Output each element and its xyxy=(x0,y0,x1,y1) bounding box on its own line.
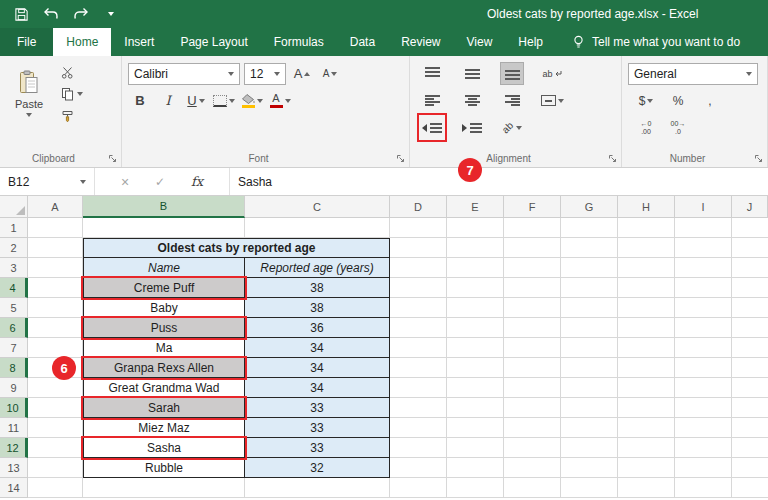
row-header[interactable]: 2 xyxy=(0,238,28,258)
cell-age[interactable]: 34 xyxy=(245,378,390,398)
column-header-b[interactable]: B xyxy=(83,196,245,218)
empty-cells[interactable] xyxy=(390,238,768,258)
empty-cells[interactable] xyxy=(390,378,768,398)
font-name-select[interactable]: Calibri xyxy=(128,63,240,85)
tab-data[interactable]: Data xyxy=(337,28,388,56)
tab-help[interactable]: Help xyxy=(505,28,556,56)
format-painter-button[interactable] xyxy=(58,106,98,126)
bold-button[interactable]: B xyxy=(128,89,152,112)
font-color-button[interactable]: A xyxy=(268,89,292,112)
tab-insert[interactable]: Insert xyxy=(111,28,167,56)
row-header[interactable]: 3 xyxy=(0,258,28,278)
cell-name-header[interactable]: Name xyxy=(83,258,245,278)
align-top-button[interactable] xyxy=(420,62,444,85)
cell[interactable] xyxy=(28,438,83,458)
cell-age[interactable]: 32 xyxy=(245,458,390,478)
align-center-button[interactable] xyxy=(460,89,484,112)
decrease-font-size-button[interactable]: A xyxy=(318,62,342,85)
cell-age[interactable]: 33 xyxy=(245,398,390,418)
tab-home[interactable]: Home xyxy=(53,28,111,56)
font-size-select[interactable]: 12 xyxy=(244,63,286,85)
copy-button[interactable] xyxy=(58,84,98,104)
fill-color-button[interactable] xyxy=(240,89,264,112)
cell[interactable] xyxy=(83,478,245,498)
row-header[interactable]: 13 xyxy=(0,458,28,478)
cell-name[interactable]: Creme Puff xyxy=(83,278,245,298)
insert-function-button[interactable]: fx xyxy=(191,174,203,189)
name-box[interactable]: B12 xyxy=(0,168,95,195)
cell-age[interactable]: 33 xyxy=(245,438,390,458)
cell-name[interactable]: Granpa Rexs Allen xyxy=(83,358,245,378)
cell-table-title[interactable]: Oldest cats by reported age xyxy=(83,238,390,258)
italic-button[interactable]: I xyxy=(156,89,180,112)
cell-age[interactable]: 34 xyxy=(245,338,390,358)
empty-cells[interactable] xyxy=(390,418,768,438)
empty-cells[interactable] xyxy=(390,478,768,498)
tell-me-box[interactable]: Tell me what you want to do xyxy=(572,28,740,56)
increase-font-size-button[interactable]: A xyxy=(290,62,314,85)
empty-cells[interactable] xyxy=(390,278,768,298)
empty-cells[interactable] xyxy=(390,438,768,458)
tab-view[interactable]: View xyxy=(454,28,506,56)
cell[interactable] xyxy=(28,338,83,358)
column-header-c[interactable]: C xyxy=(245,196,390,218)
column-header-f[interactable]: F xyxy=(504,196,561,218)
align-middle-button[interactable] xyxy=(460,62,484,85)
cell-age[interactable]: 38 xyxy=(245,278,390,298)
cell[interactable] xyxy=(28,258,83,278)
alignment-dialog-launcher[interactable] xyxy=(607,153,617,163)
cell[interactable] xyxy=(245,218,390,238)
row-header[interactable]: 6 xyxy=(0,318,28,338)
align-left-button[interactable] xyxy=(420,89,444,112)
cell[interactable] xyxy=(83,218,245,238)
tab-page-layout[interactable]: Page Layout xyxy=(167,28,260,56)
cell[interactable] xyxy=(28,278,83,298)
align-bottom-button[interactable] xyxy=(500,62,524,85)
empty-cells[interactable] xyxy=(390,258,768,278)
cell[interactable] xyxy=(28,218,83,238)
cell-age[interactable]: 34 xyxy=(245,358,390,378)
decrease-indent-button[interactable] xyxy=(420,116,444,139)
row-header[interactable]: 9 xyxy=(0,378,28,398)
empty-cells[interactable] xyxy=(390,338,768,358)
increase-indent-button[interactable] xyxy=(460,116,484,139)
row-header[interactable]: 5 xyxy=(0,298,28,318)
accounting-format-button[interactable]: $ xyxy=(634,89,658,112)
row-header[interactable]: 8 xyxy=(0,358,28,378)
cell-age-header[interactable]: Reported age (years) xyxy=(245,258,390,278)
merge-center-button[interactable] xyxy=(540,89,565,112)
number-format-select[interactable]: General xyxy=(628,63,758,85)
row-header[interactable]: 11 xyxy=(0,418,28,438)
row-header[interactable]: 10 xyxy=(0,398,28,418)
tab-review[interactable]: Review xyxy=(388,28,453,56)
redo-button[interactable] xyxy=(66,2,96,26)
formula-input[interactable]: Sasha xyxy=(230,168,768,195)
clipboard-dialog-launcher[interactable] xyxy=(107,153,117,163)
cell-name-active[interactable]: Sasha xyxy=(83,438,245,458)
cell-age[interactable]: 38 xyxy=(245,298,390,318)
paste-button[interactable]: Paste xyxy=(6,60,52,126)
cell-name[interactable]: Baby xyxy=(83,298,245,318)
row-header[interactable]: 7 xyxy=(0,338,28,358)
qat-customize-button[interactable] xyxy=(96,2,126,26)
row-header[interactable]: 4 xyxy=(0,278,28,298)
empty-cells[interactable] xyxy=(390,398,768,418)
cell-age[interactable]: 33 xyxy=(245,418,390,438)
column-header-i[interactable]: I xyxy=(675,196,732,218)
row-header[interactable]: 1 xyxy=(0,218,28,238)
cell[interactable] xyxy=(28,398,83,418)
comma-style-button[interactable]: , xyxy=(698,89,722,112)
cell[interactable] xyxy=(28,378,83,398)
cell-name[interactable]: Sarah xyxy=(83,398,245,418)
column-header-j[interactable]: J xyxy=(732,196,768,218)
cut-button[interactable] xyxy=(58,62,98,82)
cell-age[interactable]: 36 xyxy=(245,318,390,338)
cell[interactable] xyxy=(28,298,83,318)
empty-cells[interactable] xyxy=(390,358,768,378)
empty-cells[interactable] xyxy=(390,298,768,318)
font-dialog-launcher[interactable] xyxy=(395,153,405,163)
cell[interactable] xyxy=(28,458,83,478)
column-header-h[interactable]: H xyxy=(618,196,675,218)
tab-file[interactable]: File xyxy=(0,28,53,56)
row-header[interactable]: 12 xyxy=(0,438,28,458)
